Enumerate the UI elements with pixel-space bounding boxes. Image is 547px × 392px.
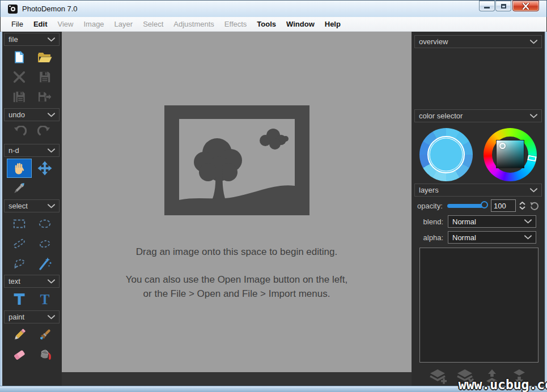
canvas-drop-area[interactable]: Drag an image onto this space to begin e… — [62, 32, 412, 372]
menu-select[interactable]: Select — [138, 18, 168, 31]
camera-icon — [8, 5, 18, 14]
section-label-color-selector: color selector — [419, 112, 463, 120]
chevron-down-icon — [48, 148, 55, 153]
advanced-text-button[interactable]: T — [33, 290, 57, 308]
close-button[interactable] — [512, 1, 539, 11]
spin-up-icon[interactable] — [519, 202, 525, 205]
line-select-button[interactable] — [7, 235, 31, 253]
export-button[interactable] — [33, 88, 57, 106]
window-border-right — [545, 32, 547, 386]
save-copy-button[interactable] — [7, 88, 31, 106]
section-header-file[interactable]: file — [4, 33, 60, 46]
section-header-text[interactable]: text — [4, 275, 60, 288]
layers-list — [419, 248, 538, 363]
opacity-reset-button[interactable] — [530, 201, 539, 210]
undo-button[interactable] — [7, 123, 31, 142]
move-tool-button[interactable] — [33, 159, 57, 177]
basic-text-button[interactable] — [7, 290, 31, 308]
right-panel: overview color selector layers — [412, 32, 545, 386]
menu-edit[interactable]: Edit — [28, 18, 53, 31]
pencil-icon — [12, 327, 27, 342]
opacity-stepper[interactable] — [519, 202, 525, 210]
blend-label: blend: — [417, 218, 448, 226]
add-layer-button[interactable] — [427, 368, 448, 386]
line-select-icon — [12, 237, 27, 250]
menu-tools[interactable]: Tools — [252, 18, 281, 31]
close-icon — [522, 3, 529, 10]
rect-select-button[interactable] — [7, 215, 31, 233]
open-image-button[interactable] — [33, 48, 57, 66]
hint-line-1: Drag an image onto this space to begin e… — [62, 245, 412, 259]
chevron-down-icon — [48, 279, 55, 284]
section-header-layers[interactable]: layers — [414, 184, 542, 197]
menubar: File Edit View Image Layer Select Adjust… — [1, 17, 546, 32]
menu-layer[interactable]: Layer — [109, 18, 138, 31]
hint-line-3: or the File > Open and File > Import men… — [62, 287, 412, 301]
saturation-value-box[interactable] — [497, 140, 524, 168]
ellipse-select-button[interactable] — [33, 215, 57, 233]
menu-help[interactable]: Help — [320, 18, 346, 31]
titlebar: PhotoDemon 7.0 — [0, 0, 547, 17]
opacity-input[interactable] — [491, 199, 516, 212]
new-image-button[interactable] — [7, 48, 31, 66]
section-label-overview: overview — [419, 37, 448, 46]
section-label-text: text — [9, 277, 20, 286]
overview-preview-area — [412, 50, 545, 107]
canvas-hint-text: Drag an image onto this space to begin e… — [62, 245, 412, 301]
alpha-row: alpha: Normal — [417, 231, 539, 244]
spin-down-icon[interactable] — [519, 206, 525, 210]
chevron-down-icon — [530, 188, 537, 193]
chevron-down-icon — [48, 37, 55, 42]
maximize-button[interactable] — [495, 1, 511, 11]
section-header-overview[interactable]: overview — [414, 35, 542, 48]
move-arrows-icon — [37, 161, 52, 176]
polygon-select-button[interactable] — [7, 254, 31, 272]
paint-bucket-button[interactable] — [33, 346, 57, 364]
close-image-button[interactable] — [7, 68, 31, 86]
opacity-slider-thumb[interactable] — [481, 201, 488, 208]
menu-effects[interactable]: Effects — [219, 18, 252, 31]
section-header-color-selector[interactable]: color selector — [414, 109, 542, 122]
menu-view[interactable]: View — [53, 18, 79, 31]
magic-wand-button[interactable] — [33, 254, 57, 272]
section-header-undo[interactable]: undo — [4, 108, 60, 121]
hint-line-2: You can also use the Open Image button o… — [62, 272, 412, 287]
menu-image[interactable]: Image — [78, 18, 109, 31]
section-label-paint: paint — [9, 313, 24, 321]
section-header-select[interactable]: select — [4, 199, 60, 212]
save-copy-icon — [12, 90, 26, 104]
opacity-slider[interactable] — [447, 204, 483, 208]
section-label-file: file — [9, 35, 18, 44]
watermark-text: www.ucbug.co — [459, 377, 547, 392]
redo-button[interactable] — [33, 123, 57, 142]
menu-window[interactable]: Window — [281, 18, 320, 31]
section-label-n-d: n-d — [9, 146, 19, 155]
paint-bucket-icon — [37, 347, 52, 362]
section-label-layers: layers — [419, 186, 439, 194]
opacity-row: opacity: — [417, 199, 539, 212]
color-picker-button[interactable] — [7, 179, 31, 197]
eraser-button[interactable] — [7, 346, 31, 364]
alpha-mode-dropdown[interactable]: Normal — [448, 231, 536, 244]
sv-marker-icon[interactable] — [499, 143, 506, 149]
minimize-button[interactable] — [479, 1, 495, 11]
hue-marker-icon[interactable] — [527, 155, 536, 162]
section-header-paint[interactable]: paint — [4, 310, 60, 323]
hand-tool-button[interactable] — [7, 159, 31, 177]
hue-ring-picker[interactable] — [484, 128, 537, 181]
pencil-button[interactable] — [7, 326, 31, 344]
blend-mode-dropdown[interactable]: Normal — [448, 215, 536, 228]
color-harmony-wheel[interactable] — [419, 128, 473, 181]
save-button[interactable] — [33, 68, 57, 86]
menu-adjustments[interactable]: Adjustments — [168, 18, 219, 31]
eraser-icon — [12, 347, 27, 362]
section-header-n-d[interactable]: n-d — [4, 144, 60, 157]
paintbrush-button[interactable] — [33, 326, 57, 344]
text-advanced-icon: T — [37, 292, 52, 306]
window-title: PhotoDemon 7.0 — [22, 5, 78, 13]
menu-file[interactable]: File — [6, 18, 28, 31]
lasso-select-button[interactable] — [33, 235, 57, 253]
photodemon-window: PhotoDemon 7.0 File Edit View Image Laye… — [0, 0, 547, 392]
blend-mode-value: Normal — [452, 218, 476, 226]
current-color-swatch[interactable] — [427, 136, 465, 173]
